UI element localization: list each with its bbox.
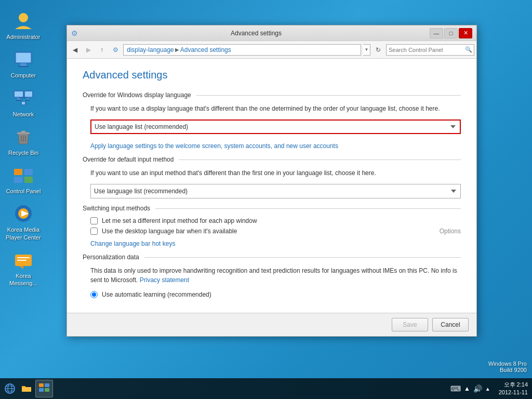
administrator-icon [13, 10, 34, 31]
section-display-language-desc: If you want to use a display language th… [83, 104, 461, 113]
close-button[interactable]: ✕ [459, 28, 472, 38]
window-footer: Save Cancel [67, 313, 476, 336]
svg-rect-36 [45, 383, 49, 387]
svg-rect-4 [18, 66, 29, 67]
address-bar: ◀ ▶ ↑ ⚙ display-language ▶ Advanced sett… [67, 41, 476, 59]
network-label: Network [13, 111, 34, 118]
section-input-method-header: Override for default input method [83, 156, 461, 163]
breadcrumb-language[interactable]: display-language [127, 46, 174, 54]
recycle-bin-label: Recycle Bin [8, 149, 38, 156]
desktop-icon-recycle[interactable]: Recycle Bin [3, 123, 44, 159]
svg-rect-23 [14, 177, 22, 183]
taskbar-items [55, 378, 446, 399]
content-area: Advanced settings Override for Windows d… [67, 59, 476, 312]
apply-language-link[interactable]: Apply language settings to the welcome s… [90, 142, 338, 150]
language-hotkeys-link[interactable]: Change language bar hot keys [90, 240, 175, 247]
search-input[interactable] [387, 47, 463, 53]
svg-point-0 [19, 13, 28, 22]
checkbox-row-1: Let me set a different input method for … [90, 217, 461, 224]
window-title: Advanced settings [83, 30, 430, 37]
checkbox-label-2: Use the desktop language bar when it's a… [102, 228, 237, 235]
taskbar-folder-button[interactable] [19, 381, 34, 396]
svg-rect-31 [17, 260, 26, 261]
windows-version-line1: Windows 8 Pro [488, 361, 527, 367]
checkbox-language-bar[interactable] [90, 228, 98, 235]
desktop-icon-control-panel[interactable]: Control Panel [3, 162, 44, 198]
up-button[interactable]: ↑ [96, 44, 108, 56]
svg-rect-12 [25, 100, 30, 101]
svg-rect-8 [25, 91, 32, 97]
advanced-settings-window: ⚙ Advanced settings — □ ✕ ◀ ▶ ↑ ⚙ displa… [66, 25, 477, 337]
desktop-icons: Administrator Computer [0, 0, 47, 292]
clock-time: 오후 2:14 [499, 381, 528, 389]
network-icon [13, 88, 34, 109]
desktop-icon-media-player[interactable]: Korea Media Player Center [3, 200, 44, 244]
input-method-dropdown[interactable]: Use language list (recommended) [90, 184, 461, 198]
messenger-icon [13, 249, 34, 270]
desktop-icon-administrator[interactable]: Administrator [3, 7, 44, 44]
taskbar-clock[interactable]: 오후 2:14 2012-11-11 [495, 381, 532, 397]
window-body: Advanced settings Override for Windows d… [67, 59, 476, 313]
system-tray: ⌨ ▲ 🔊 ▲ [446, 378, 495, 399]
svg-rect-17 [21, 131, 25, 133]
display-language-dropdown[interactable]: Use language list (recommended) [90, 119, 461, 134]
svg-rect-11 [16, 100, 21, 101]
breadcrumb-advanced: Advanced settings [180, 46, 231, 54]
svg-rect-3 [20, 63, 26, 66]
window-icon-addr: ⚙ [110, 44, 121, 56]
desktop-icon-network[interactable]: Network [3, 85, 44, 121]
control-panel-label: Control Panel [6, 188, 41, 195]
section-personalization-header: Personalization data [83, 254, 461, 261]
svg-rect-37 [39, 388, 44, 392]
search-icon[interactable]: 🔍 [463, 45, 474, 55]
taskbar-ie-button[interactable] [2, 381, 18, 396]
address-path[interactable]: display-language ▶ Advanced settings [123, 44, 361, 56]
svg-rect-2 [16, 53, 31, 62]
desktop-icon-computer[interactable]: Computer [3, 46, 44, 82]
taskbar-cp-button[interactable] [35, 380, 53, 397]
svg-rect-6 [15, 91, 23, 97]
search-box[interactable]: 🔍 [386, 44, 474, 56]
refresh-button[interactable]: ↻ [373, 44, 384, 56]
computer-icon [13, 49, 34, 70]
minimize-button[interactable]: — [430, 28, 443, 38]
content-scroll[interactable]: Advanced settings Override for Windows d… [67, 59, 476, 313]
input-method-dropdown-container: Use language list (recommended) [90, 184, 461, 198]
desktop-icon-messenger[interactable]: Korea Messeng... [3, 246, 44, 290]
save-button[interactable]: Save [392, 318, 428, 331]
page-title: Advanced settings [83, 69, 461, 81]
clock-date: 2012-11-11 [499, 389, 528, 396]
radio-label: Use automatic learning (recommended) [102, 291, 211, 298]
checkbox-row-2: Use the desktop language bar when it's a… [90, 228, 461, 235]
radio-auto-learning[interactable] [90, 291, 98, 298]
options-link[interactable]: Options [440, 228, 461, 235]
svg-rect-35 [39, 383, 44, 387]
svg-rect-30 [17, 257, 30, 258]
volume-icon[interactable]: 🔊 [473, 384, 482, 393]
arrow-up-icon[interactable]: ▲ [485, 386, 490, 392]
svg-rect-22 [24, 169, 33, 175]
keyboard-icon[interactable]: ⌨ [450, 384, 461, 393]
title-bar-buttons: — □ ✕ [430, 28, 472, 38]
personalization-desc: This data is only used to improve handwr… [83, 266, 461, 285]
desktop: Administrator Computer [0, 0, 532, 399]
taskbar: ⌨ ▲ 🔊 ▲ 오후 2:14 2012-11-11 [0, 378, 532, 399]
control-panel-icon [13, 165, 34, 185]
address-dropdown[interactable]: ▼ [363, 44, 370, 56]
section-input-method-desc: If you want to use an input method that'… [83, 168, 461, 178]
media-player-label: Korea Media Player Center [5, 226, 42, 241]
messenger-label: Korea Messeng... [5, 272, 42, 287]
checkbox-different-input[interactable] [90, 217, 98, 224]
section-switching-header: Switching input methods [83, 205, 461, 212]
forward-button[interactable]: ▶ [83, 44, 94, 56]
title-bar: ⚙ Advanced settings — □ ✕ [67, 25, 476, 41]
windows-version-info: Windows 8 Pro Build 9200 [488, 361, 527, 373]
privacy-link[interactable]: Privacy statement [140, 276, 189, 284]
network-tray-icon[interactable]: ▲ [464, 385, 470, 392]
section-display-language-header: Override for Windows display language [83, 91, 461, 99]
cancel-button[interactable]: Cancel [432, 318, 469, 331]
breadcrumb: display-language ▶ Advanced settings [127, 46, 231, 54]
maximize-button[interactable]: □ [444, 28, 458, 38]
svg-rect-21 [14, 169, 22, 175]
back-button[interactable]: ◀ [69, 44, 81, 56]
